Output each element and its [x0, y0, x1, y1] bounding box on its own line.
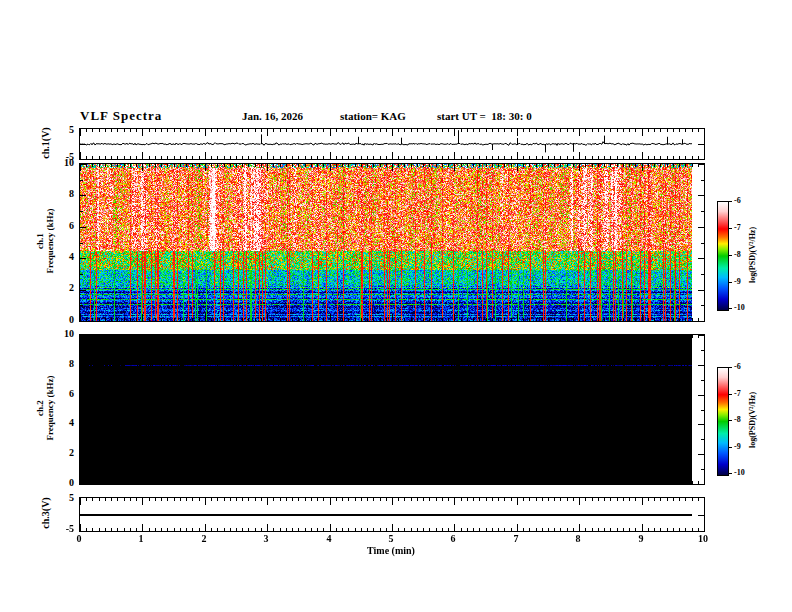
- ch1-frequency-axis-label-line2: Frequency (kHz): [45, 208, 55, 273]
- ch2-frequency-axis-label: ch.2 Frequency (kHz): [35, 375, 55, 440]
- header-station: station= KAG: [340, 110, 406, 122]
- spec1-ytick-4: 4: [50, 251, 74, 263]
- cb1-tick-neg6: -6: [734, 196, 741, 206]
- spec2-ytick-4: 4: [50, 417, 74, 429]
- xtick-7: 7: [509, 533, 523, 545]
- colorbar1-tickmark: [728, 201, 732, 202]
- cb2-tick-neg8: -8: [734, 415, 741, 425]
- colorbar1-tickmark: [728, 282, 732, 283]
- ch1-waveform-canvas: [80, 129, 704, 159]
- colorbar2-tickmark: [728, 473, 732, 474]
- xtick-5: 5: [384, 533, 398, 545]
- ch3-ytick-5: 5: [50, 492, 74, 504]
- colorbar-2: [717, 367, 729, 476]
- xtick-9: 9: [634, 533, 648, 545]
- spec2-ytick-8: 8: [50, 358, 74, 370]
- spec2-ytick-2: 2: [50, 447, 74, 459]
- ch1-spectrogram-panel: [79, 163, 705, 322]
- ch2-frequency-axis-label-line1: ch.2: [35, 375, 45, 440]
- spec1-ytick-2: 2: [50, 282, 74, 294]
- ch3-ytick-neg5: -5: [50, 523, 74, 535]
- spec2-ytick-10: 10: [50, 328, 74, 340]
- cb2-tick-neg6: -6: [734, 362, 741, 372]
- cb2-tick-neg7: -7: [734, 389, 741, 399]
- spec1-ytick-6: 6: [50, 220, 74, 232]
- spec2-ytick-6: 6: [50, 388, 74, 400]
- ch1-frequency-axis-label-line1: ch.1: [35, 208, 45, 273]
- spec2-ytick-0: 0: [50, 477, 74, 489]
- xtick-4: 4: [322, 533, 336, 545]
- vlf-spectra-page: VLF Spectra Jan. 16, 2026 station= KAG s…: [0, 0, 792, 612]
- colorbar1-label: log(PSD)(V²/Hz): [748, 227, 757, 283]
- xtick-8: 8: [571, 533, 585, 545]
- colorbar1-tickmark: [728, 255, 732, 256]
- colorbar1-tickmark: [728, 228, 732, 229]
- spec1-ytick-8: 8: [50, 188, 74, 200]
- ch2-frequency-axis-label-line2: Frequency (kHz): [45, 375, 55, 440]
- ch3-waveform-canvas: [80, 498, 704, 531]
- colorbar2-tickmark: [728, 447, 732, 448]
- ch1-waveform-panel: [79, 128, 705, 160]
- cb1-tick-neg9: -9: [734, 277, 741, 287]
- colorbar-gradient: [718, 368, 728, 475]
- cb2-tick-neg10: -10: [734, 468, 745, 478]
- cb2-tick-neg9: -9: [734, 442, 741, 452]
- ch3-waveform-panel: [79, 497, 705, 532]
- xtick-10: 10: [696, 533, 710, 545]
- colorbar2-tickmark: [728, 367, 732, 368]
- ch1-spectrogram-canvas: [80, 164, 704, 321]
- spec1-ytick-0: 0: [50, 314, 74, 326]
- colorbar-1: [717, 201, 729, 311]
- xtick-6: 6: [446, 533, 460, 545]
- xtick-0: 0: [72, 533, 86, 545]
- colorbar1-tickmark: [728, 308, 732, 309]
- colorbar2-tickmark: [728, 420, 732, 421]
- xtick-3: 3: [259, 533, 273, 545]
- ch2-spectrogram-canvas: [80, 335, 704, 484]
- xtick-2: 2: [197, 533, 211, 545]
- page-title: VLF Spectra: [80, 108, 162, 124]
- cb1-tick-neg10: -10: [734, 303, 745, 313]
- header-date: Jan. 16, 2026: [242, 110, 303, 122]
- ch1-ytick-5: 5: [50, 124, 74, 136]
- cb1-tick-neg8: -8: [734, 250, 741, 260]
- ch2-spectrogram-panel: [79, 334, 705, 485]
- header-start-ut: start UT = 18: 30: 0: [437, 110, 532, 122]
- colorbar2-tickmark: [728, 394, 732, 395]
- xtick-1: 1: [134, 533, 148, 545]
- time-axis-label: Time (min): [341, 545, 441, 556]
- colorbar2-label: log(PSD)(V²/Hz): [748, 392, 757, 448]
- colorbar-gradient: [718, 202, 728, 310]
- spec1-ytick-10: 10: [50, 157, 74, 169]
- ch1-frequency-axis-label: ch.1 Frequency (kHz): [35, 208, 55, 273]
- cb1-tick-neg7: -7: [734, 223, 741, 233]
